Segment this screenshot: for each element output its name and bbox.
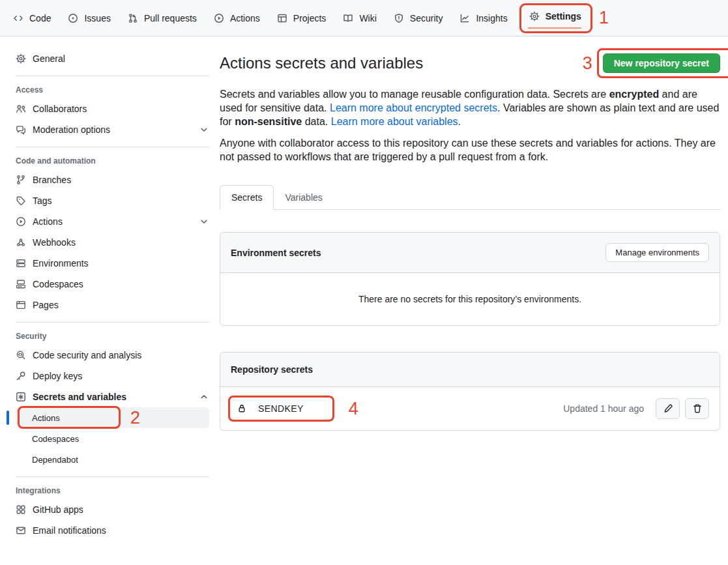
sidebar-item-general[interactable]: General: [16, 48, 209, 69]
key-asterisk-icon: [16, 392, 26, 402]
book-icon: [343, 13, 353, 23]
issue-opened-icon: [68, 13, 78, 23]
code-icon: [13, 13, 23, 23]
sidebar-section-header: Security: [16, 332, 209, 341]
nav-tab-settings[interactable]: Settings: [519, 3, 592, 33]
sidebar-item-label: Collaborators: [33, 104, 87, 114]
play-icon: [214, 13, 224, 23]
annotation-box-4: SENDKEY: [228, 396, 334, 422]
gear-icon: [16, 53, 26, 64]
nav-tab-security[interactable]: Security: [387, 9, 450, 27]
people-icon: [16, 104, 26, 114]
sidebar-item-label: Code security and analysis: [33, 350, 141, 360]
gear-icon: [529, 11, 540, 22]
annotation-number-3: 3: [583, 55, 592, 72]
nav-tab-label: Projects: [293, 13, 327, 23]
nav-tab-actions[interactable]: Actions: [207, 9, 267, 27]
new-repository-secret-button[interactable]: New repository secret: [603, 53, 720, 73]
nav-tab-label: Actions: [230, 13, 260, 23]
sidebar-item-tags[interactable]: Tags: [16, 190, 209, 211]
sidebar-section-header: Access: [16, 85, 209, 94]
sidebar-item-github-apps[interactable]: GitHub apps: [16, 499, 209, 520]
active-tab-underline: [528, 27, 581, 29]
sidebar-item-moderation-options[interactable]: Moderation options: [16, 119, 209, 140]
pencil-icon: [663, 403, 673, 414]
nav-tab-label: Wiki: [359, 13, 376, 23]
sidebar-item-secrets-and-variables[interactable]: Secrets and variables: [16, 386, 209, 407]
nav-tab-issues[interactable]: Issues: [61, 9, 117, 27]
nav-tab-label: Pull requests: [144, 13, 197, 23]
repository-secrets-title: Repository secrets: [231, 364, 313, 375]
tab-variables[interactable]: Variables: [274, 186, 333, 209]
main-content: Actions secrets and variables 3 New repo…: [220, 36, 720, 431]
sidebar-subitem-dependabot[interactable]: Dependabot: [16, 449, 209, 470]
sidebar-item-actions[interactable]: Actions: [16, 211, 209, 232]
secret-row: SENDKEY 4 Updated 1 hour ago: [220, 387, 720, 430]
sidebar-divider: [16, 322, 209, 323]
nav-tab-code[interactable]: Code: [7, 9, 57, 27]
sidebar-section-header: Code and automation: [16, 156, 209, 166]
browser-icon: [16, 300, 26, 310]
inline-link[interactable]: Learn more about encrypted secrets: [330, 102, 497, 113]
sidebar-divider: [16, 76, 209, 76]
delete-secret-button[interactable]: [685, 398, 709, 419]
sidebar-item-label: GitHub apps: [33, 504, 83, 515]
sidebar-item-pages[interactable]: Pages: [16, 295, 209, 315]
sidebar-subitem-label: Dependabot: [32, 455, 78, 465]
sidebar-subitem-codespaces[interactable]: Codespaces: [16, 428, 209, 449]
sidebar-item-collaborators[interactable]: Collaborators: [16, 98, 209, 119]
environment-secrets-title: Environment secrets: [231, 248, 321, 258]
sidebar-item-deploy-keys[interactable]: Deploy keys: [16, 366, 209, 386]
repository-secrets-card: Repository secrets SENDKEY 4 Updated 1 h…: [220, 352, 720, 431]
sidebar-item-webhooks[interactable]: Webhooks: [16, 232, 209, 253]
sidebar-item-branches[interactable]: Branches: [16, 169, 209, 190]
manage-environments-button[interactable]: Manage environments: [605, 243, 709, 262]
repo-nav: Code Issues Pull requests Actions Projec…: [0, 0, 728, 36]
sidebar-item-label: General: [33, 53, 65, 64]
environment-secrets-empty-text: There are no secrets for this repository…: [220, 273, 720, 325]
sidebar-item-environments[interactable]: Environments: [16, 253, 209, 274]
sidebar-item-label: Environments: [33, 258, 89, 268]
sidebar-item-label: Moderation options: [33, 124, 110, 135]
secret-name: SENDKEY: [258, 403, 304, 414]
annotation-number-4: 4: [349, 400, 358, 418]
sidebar-divider: [16, 147, 209, 147]
tab-secrets[interactable]: Secrets: [220, 185, 274, 210]
tag-icon: [16, 196, 26, 206]
nav-tab-label: Code: [29, 13, 51, 23]
nav-tab-label: Issues: [84, 13, 110, 23]
sidebar-item-label: Email notifications: [33, 525, 106, 536]
sidebar-subitem-actions[interactable]: Actions 2: [16, 407, 209, 428]
sidebar-item-label: Actions: [33, 216, 63, 227]
sidebar-item-label: Pages: [33, 300, 59, 310]
intro-paragraph: Secrets and variables allow you to manag…: [220, 87, 720, 128]
sidebar-item-codespaces[interactable]: Codespaces: [16, 274, 209, 295]
edit-secret-button[interactable]: [656, 398, 680, 419]
apps-icon: [16, 504, 26, 515]
inline-link[interactable]: Learn more about variables: [331, 116, 458, 127]
secrets-variables-tabs: Secrets Variables: [220, 183, 720, 210]
codescan-icon: [16, 350, 26, 360]
settings-sidebar: General Access Collaborators Moderation …: [0, 36, 220, 565]
chevron-down-icon: [199, 124, 209, 135]
nav-tab-wiki[interactable]: Wiki: [336, 9, 383, 27]
key-icon: [16, 371, 26, 381]
sidebar-item-label: Branches: [33, 175, 71, 185]
graph-icon: [459, 13, 470, 23]
sidebar-subitem-label: Actions: [32, 413, 60, 423]
git-branch-icon: [16, 175, 26, 185]
nav-tab-label: Settings: [546, 11, 581, 22]
trash-icon: [692, 403, 703, 414]
sidebar-item-label: Codespaces: [33, 279, 83, 289]
discussion-icon: [16, 124, 26, 135]
nav-tab-projects[interactable]: Projects: [270, 9, 333, 27]
environment-secrets-card: Environment secrets Manage environments …: [220, 232, 720, 326]
sidebar-item-code-security[interactable]: Code security and analysis: [16, 345, 209, 366]
sidebar-item-email-notifications[interactable]: Email notifications: [16, 520, 209, 541]
nav-tab-insights[interactable]: Insights: [453, 9, 514, 27]
webhook-icon: [16, 237, 26, 248]
chevron-up-icon: [199, 392, 209, 402]
mail-icon: [16, 525, 26, 536]
nav-tab-pull-requests[interactable]: Pull requests: [121, 9, 203, 27]
page-title: Actions secrets and variables: [220, 54, 583, 72]
